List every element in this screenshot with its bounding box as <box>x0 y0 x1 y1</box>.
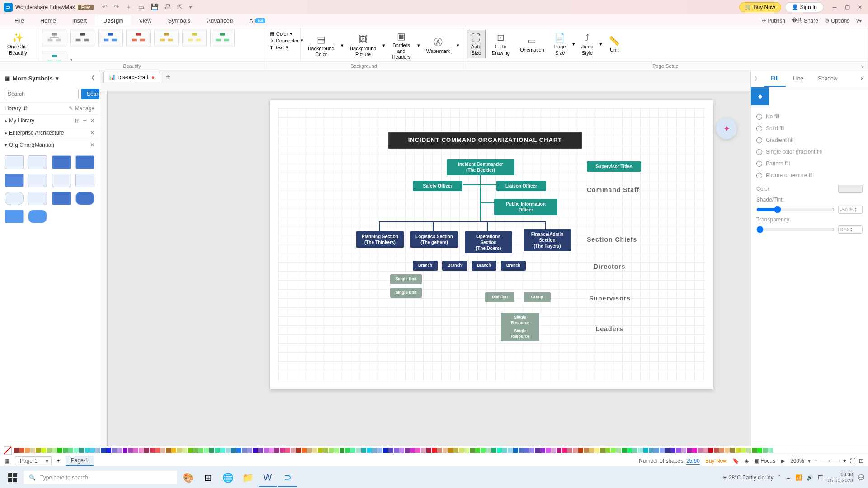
shape-thumb[interactable] <box>75 192 94 205</box>
undo-icon[interactable]: ↶ <box>102 3 108 11</box>
unit-button[interactable]: 📏Unit <box>605 33 623 55</box>
color-swatch[interactable] <box>453 448 458 453</box>
qat-more-icon[interactable]: ▾ <box>189 3 192 11</box>
notifications-icon[interactable]: 💬 <box>858 474 864 481</box>
color-swatch[interactable] <box>323 448 328 453</box>
drawing-page[interactable]: INCIDENT COMMAND ORGANIZATIONAL CHART In… <box>270 100 713 389</box>
color-swatch[interactable] <box>112 448 117 453</box>
color-swatch[interactable] <box>719 448 724 453</box>
color-swatch[interactable] <box>209 448 214 453</box>
color-swatch[interactable] <box>578 448 583 453</box>
color-swatch[interactable] <box>437 448 442 453</box>
color-swatch[interactable] <box>584 448 589 453</box>
color-swatch[interactable] <box>763 448 768 453</box>
box-safety[interactable]: Safety Officer <box>413 181 462 191</box>
one-click-beautify-button[interactable]: ✨One Click Beautify <box>4 30 33 57</box>
color-swatch[interactable] <box>68 448 73 453</box>
color-swatch[interactable] <box>155 448 160 453</box>
shape-thumb[interactable] <box>5 192 24 205</box>
box-branch[interactable]: Branch <box>413 261 438 271</box>
color-swatch[interactable] <box>361 448 366 453</box>
color-swatch[interactable] <box>226 448 231 453</box>
shape-thumb[interactable] <box>52 192 71 205</box>
color-swatch[interactable] <box>247 448 252 453</box>
color-swatch[interactable] <box>643 448 648 453</box>
color-swatch[interactable] <box>746 448 751 453</box>
color-swatch[interactable] <box>730 448 735 453</box>
color-swatch[interactable] <box>622 448 627 453</box>
label-supervisors[interactable]: Supervisors <box>589 295 631 302</box>
color-swatch[interactable] <box>426 448 431 453</box>
box-single-resource[interactable]: Single Resource <box>501 313 539 328</box>
radio-single-gradient[interactable]: Single color gradient fill <box>756 146 863 158</box>
shape-thumb[interactable] <box>28 192 47 205</box>
fullscreen-icon[interactable]: ⊡ <box>859 458 863 464</box>
save-icon[interactable]: 💾 <box>151 3 158 11</box>
canvas[interactable]: Gentle ✦ INCIDENT COMMAND ORGANIZATIONAL… <box>108 91 750 446</box>
color-swatch[interactable] <box>171 448 176 453</box>
shape-thumb[interactable] <box>75 155 94 169</box>
color-swatch[interactable] <box>25 448 30 453</box>
color-swatch[interactable] <box>117 448 122 453</box>
transparency-value[interactable]: 0 %▲▼ <box>838 225 863 234</box>
open-icon[interactable]: ▭ <box>138 3 144 11</box>
color-swatch[interactable] <box>274 448 279 453</box>
chart-title[interactable]: INCIDENT COMMAND ORGANIZATIONAL CHART <box>388 132 582 149</box>
color-swatch[interactable] <box>546 448 551 453</box>
tab-file[interactable]: File <box>6 15 32 26</box>
status-flag-icon[interactable]: 🔖 <box>732 458 739 464</box>
box-supervisor-titles[interactable]: Supervisor Titles <box>587 161 641 172</box>
color-swatch[interactable] <box>133 448 138 453</box>
color-swatch[interactable] <box>470 448 475 453</box>
cortana-icon[interactable]: 🎨 <box>179 469 197 487</box>
color-swatch[interactable] <box>421 448 426 453</box>
color-swatch[interactable] <box>193 448 198 453</box>
color-swatch[interactable] <box>535 448 540 453</box>
box-planning[interactable]: Planning Section (The Thinkers) <box>356 231 404 248</box>
box-pio[interactable]: Public Information Officer <box>494 199 557 215</box>
tab-home[interactable]: Home <box>32 15 64 26</box>
fill-tool-icon[interactable]: ◆ <box>751 87 769 105</box>
edge-icon[interactable]: 🌐 <box>219 469 237 487</box>
color-swatch[interactable] <box>128 448 133 453</box>
zoom-level[interactable]: 260% <box>790 458 804 464</box>
shape-thumb[interactable] <box>28 174 47 187</box>
color-swatch[interactable] <box>242 448 247 453</box>
text-dropdown[interactable]: T Text▾ <box>270 44 295 50</box>
shape-thumb[interactable] <box>52 155 71 169</box>
word-icon[interactable]: W <box>259 469 277 487</box>
pagesize-drop[interactable]: ▾ <box>572 41 575 47</box>
shade-slider[interactable] <box>756 206 835 213</box>
page-selector[interactable]: Page-1 ▾ <box>15 456 52 465</box>
manage-link[interactable]: ✎ Manage <box>69 105 94 112</box>
color-swatch[interactable] <box>410 448 415 453</box>
color-swatch[interactable] <box>106 448 111 453</box>
color-swatch[interactable] <box>150 448 155 453</box>
fit-page-icon[interactable]: ⛶ <box>850 458 855 464</box>
shape-thumb[interactable] <box>28 210 47 223</box>
export-icon[interactable]: ⇱ <box>177 3 183 11</box>
color-swatch[interactable] <box>681 448 686 453</box>
color-swatch[interactable] <box>594 448 599 453</box>
color-swatch[interactable] <box>19 448 24 453</box>
box-operations[interactable]: Operations Section (The Doers) <box>465 231 512 253</box>
color-swatch[interactable] <box>757 448 762 453</box>
close-section-icon[interactable]: ✕ <box>90 142 94 148</box>
color-swatch[interactable] <box>57 448 62 453</box>
sign-in-button[interactable]: 👤 Sign In <box>785 2 824 12</box>
radio-no-fill[interactable]: No fill <box>756 111 863 122</box>
connector-dropdown[interactable]: ↳ Connector▾ <box>270 38 295 43</box>
color-swatch[interactable] <box>692 448 697 453</box>
tab-insert[interactable]: Insert <box>64 15 95 26</box>
taskbar-search[interactable]: 🔍 Type here to search <box>24 471 177 484</box>
document-tab[interactable]: 📊 ics-org-chart ● <box>103 72 160 82</box>
panel-title-dropdown[interactable]: ▾ <box>56 75 59 82</box>
color-swatch[interactable] <box>307 448 312 453</box>
background-color-button[interactable]: ▤Background Color <box>304 32 338 59</box>
box-branch[interactable]: Branch <box>501 261 526 271</box>
color-swatch[interactable] <box>340 448 344 453</box>
add-tab-button[interactable]: + <box>163 73 173 81</box>
color-swatch[interactable] <box>714 448 719 453</box>
color-swatch[interactable] <box>296 448 301 453</box>
tab-fill[interactable]: Fill <box>764 70 786 87</box>
